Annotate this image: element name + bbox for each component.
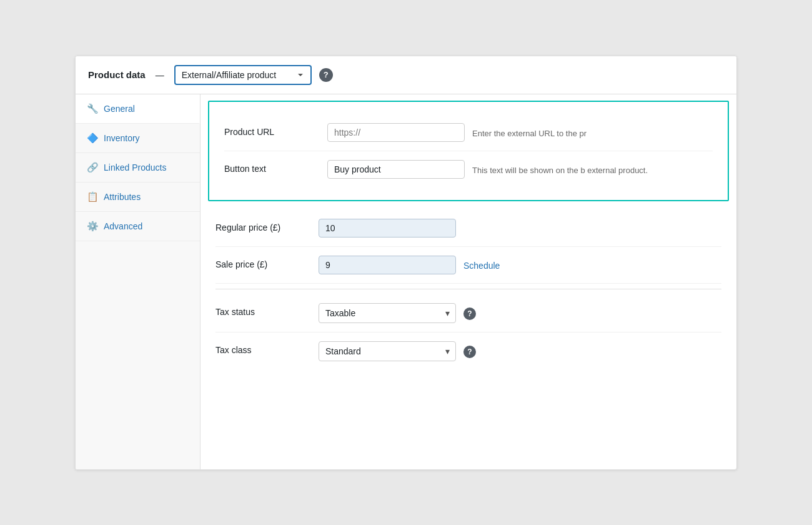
tax-status-wrap: Taxable Shipping only None ▾ ? xyxy=(319,303,721,323)
button-text-row: Button text This text will be shown on t… xyxy=(224,151,713,188)
tax-class-label: Tax class xyxy=(215,341,319,355)
tax-status-help-icon[interactable]: ? xyxy=(463,308,476,320)
sidebar-item-inventory[interactable]: 🔷 Inventory xyxy=(76,124,200,153)
regular-price-input-wrap xyxy=(319,219,721,238)
product-type-select[interactable]: External/Affiliate product Simple produc… xyxy=(174,65,312,85)
button-text-label: Button text xyxy=(224,160,327,174)
tax-class-select-wrap: Standard Reduced rate Zero rate ▾ xyxy=(319,341,456,361)
product-url-input[interactable] xyxy=(327,123,465,142)
product-url-input-wrap: Enter the external URL to the pr xyxy=(327,123,713,142)
regular-price-row: Regular price (£) xyxy=(215,210,721,247)
product-data-panel: Product data — External/Affiliate produc… xyxy=(75,56,737,470)
button-text-input-wrap: This text will be shown on the b externa… xyxy=(327,160,713,179)
highlight-box: Product URL Enter the external URL to th… xyxy=(208,101,729,201)
product-url-label: Product URL xyxy=(224,123,327,137)
panel-header: Product data — External/Affiliate produc… xyxy=(76,56,736,94)
regular-price-input[interactable] xyxy=(319,219,456,238)
sidebar-item-linked-products[interactable]: 🔗 Linked Products xyxy=(76,153,200,182)
tax-class-row: Tax class Standard Reduced rate Zero rat… xyxy=(215,332,721,370)
sale-price-input-wrap: Schedule xyxy=(319,256,721,274)
panel-title: Product data xyxy=(88,69,146,80)
tax-status-select-wrap: Taxable Shipping only None ▾ xyxy=(319,303,456,323)
outside-section: Regular price (£) Sale price (£) Schedul… xyxy=(201,208,736,382)
product-url-row: Product URL Enter the external URL to th… xyxy=(224,114,713,151)
regular-price-label: Regular price (£) xyxy=(215,219,319,232)
sidebar-label-attributes: Attributes xyxy=(104,192,141,202)
sale-price-input[interactable] xyxy=(319,256,456,274)
sidebar: 🔧 General 🔷 Inventory 🔗 Linked Products … xyxy=(76,94,201,469)
wrench-icon: 🔧 xyxy=(87,103,99,114)
tax-status-label: Tax status xyxy=(215,303,319,317)
tax-class-wrap: Standard Reduced rate Zero rate ▾ ? xyxy=(319,341,721,361)
tax-status-row: Tax status Taxable Shipping only None ▾ … xyxy=(215,294,721,332)
product-url-description: Enter the external URL to the pr xyxy=(472,123,587,140)
button-text-description: This text will be shown on the b externa… xyxy=(472,160,648,177)
schedule-link[interactable]: Schedule xyxy=(463,256,500,271)
link-icon: 🔗 xyxy=(87,162,99,173)
sidebar-item-advanced[interactable]: ⚙️ Advanced xyxy=(76,212,200,241)
sidebar-label-linked-products: Linked Products xyxy=(104,162,166,172)
header-help-icon[interactable]: ? xyxy=(319,68,333,82)
highlighted-form-section: Product URL Enter the external URL to th… xyxy=(209,102,728,200)
sidebar-label-inventory: Inventory xyxy=(104,133,140,143)
sidebar-label-general: General xyxy=(104,104,135,114)
sidebar-item-general[interactable]: 🔧 General xyxy=(76,94,200,124)
header-dash: — xyxy=(156,70,164,80)
sale-price-row: Sale price (£) Schedule xyxy=(215,247,721,284)
gear-icon: ⚙️ xyxy=(87,221,99,232)
sale-price-label: Sale price (£) xyxy=(215,256,319,269)
tax-class-help-icon[interactable]: ? xyxy=(463,346,476,358)
product-type-select-wrap: External/Affiliate product Simple produc… xyxy=(174,65,312,85)
panel-body: 🔧 General 🔷 Inventory 🔗 Linked Products … xyxy=(76,94,736,469)
tax-status-select[interactable]: Taxable Shipping only None xyxy=(319,303,456,323)
button-text-input[interactable] xyxy=(327,160,465,179)
section-divider xyxy=(215,289,721,289)
tax-class-select[interactable]: Standard Reduced rate Zero rate xyxy=(319,341,456,361)
attributes-icon: 📋 xyxy=(87,191,99,202)
sidebar-label-advanced: Advanced xyxy=(104,221,142,231)
main-content: Product URL Enter the external URL to th… xyxy=(201,94,736,469)
sidebar-item-attributes[interactable]: 📋 Attributes xyxy=(76,182,200,212)
inventory-icon: 🔷 xyxy=(87,132,99,144)
